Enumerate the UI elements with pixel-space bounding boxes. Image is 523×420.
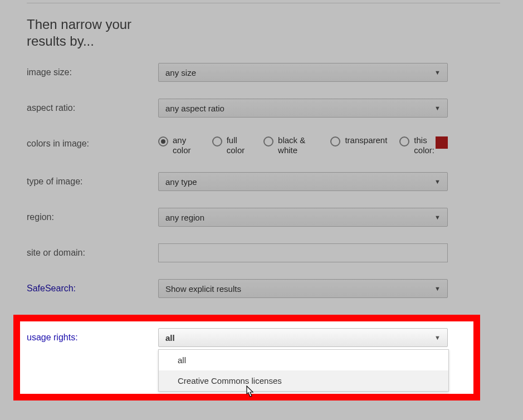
dropdown-region-value: any region xyxy=(165,213,204,222)
dropdown-type[interactable]: any type ▼ xyxy=(158,172,448,191)
label-type: type of image: xyxy=(27,172,158,187)
radio-color-transparent[interactable]: transparent xyxy=(330,135,387,146)
chevron-down-icon: ▼ xyxy=(434,285,441,292)
chevron-down-icon: ▼ xyxy=(434,214,441,221)
dropdown-image-size[interactable]: any size ▼ xyxy=(158,63,448,82)
usage-rights-option-cc[interactable]: Creative Commons licenses xyxy=(159,370,448,391)
usage-rights-option-all[interactable]: all xyxy=(159,350,448,370)
label-colors: colors in image: xyxy=(27,134,158,149)
dropdown-safesearch-value: Show explicit results xyxy=(165,284,241,294)
radio-color-full[interactable]: full color xyxy=(212,135,251,155)
row-site: site or domain: xyxy=(27,243,523,262)
row-usage-rights: usage rights: all ▼ all Creative Commons… xyxy=(27,328,473,347)
radio-label-full: full color xyxy=(227,135,251,155)
radio-icon xyxy=(399,136,409,146)
radio-label-bw: black & white xyxy=(278,135,318,155)
radio-color-bw[interactable]: black & white xyxy=(263,135,318,155)
radio-icon xyxy=(330,136,340,146)
radio-icon xyxy=(263,136,273,146)
usage-rights-menu: all Creative Commons licenses xyxy=(158,349,449,392)
dropdown-region[interactable]: any region ▼ xyxy=(158,208,448,227)
label-aspect-ratio: aspect ratio: xyxy=(27,99,158,113)
dropdown-image-size-value: any size xyxy=(165,68,196,77)
label-safesearch[interactable]: SafeSearch: xyxy=(27,279,158,294)
label-image-size: image size: xyxy=(27,63,158,77)
label-site: site or domain: xyxy=(27,243,158,258)
radio-color-this[interactable]: this color: xyxy=(399,135,448,155)
dropdown-safesearch[interactable]: Show explicit results ▼ xyxy=(158,279,448,298)
radio-label-any: any color xyxy=(173,135,200,155)
color-swatch[interactable] xyxy=(436,136,448,149)
dropdown-aspect-ratio[interactable]: any aspect ratio ▼ xyxy=(158,99,448,118)
radio-label-transparent: transparent xyxy=(345,135,387,145)
chevron-down-icon: ▼ xyxy=(434,334,441,341)
label-usage-rights[interactable]: usage rights: xyxy=(27,328,158,343)
radio-label-this: this color: xyxy=(414,135,434,155)
row-image-size: image size: any size ▼ xyxy=(27,63,523,82)
chevron-down-icon: ▼ xyxy=(434,69,441,76)
dropdown-usage-rights-value: all xyxy=(165,333,175,343)
dropdown-usage-rights[interactable]: all ▼ xyxy=(158,328,448,347)
highlight-box: usage rights: all ▼ all Creative Commons… xyxy=(13,315,480,401)
chevron-down-icon: ▼ xyxy=(434,105,441,111)
section-divider xyxy=(27,3,500,4)
row-safesearch: SafeSearch: Show explicit results ▼ xyxy=(27,279,523,298)
row-type: type of image: any type ▼ xyxy=(27,172,523,191)
dropdown-aspect-ratio-value: any aspect ratio xyxy=(165,104,224,113)
row-colors: colors in image: any color full color bl… xyxy=(27,134,523,155)
dropdown-type-value: any type xyxy=(165,177,197,187)
input-site-domain[interactable] xyxy=(158,243,448,262)
radio-color-any[interactable]: any color xyxy=(158,135,200,155)
label-region: region: xyxy=(27,208,158,222)
row-region: region: any region ▼ xyxy=(27,208,523,227)
section-title: Then narrow your results by... xyxy=(27,16,138,50)
chevron-down-icon: ▼ xyxy=(434,178,441,185)
radio-icon xyxy=(158,136,168,146)
row-aspect-ratio: aspect ratio: any aspect ratio ▼ xyxy=(27,99,523,118)
radio-icon xyxy=(212,136,222,146)
